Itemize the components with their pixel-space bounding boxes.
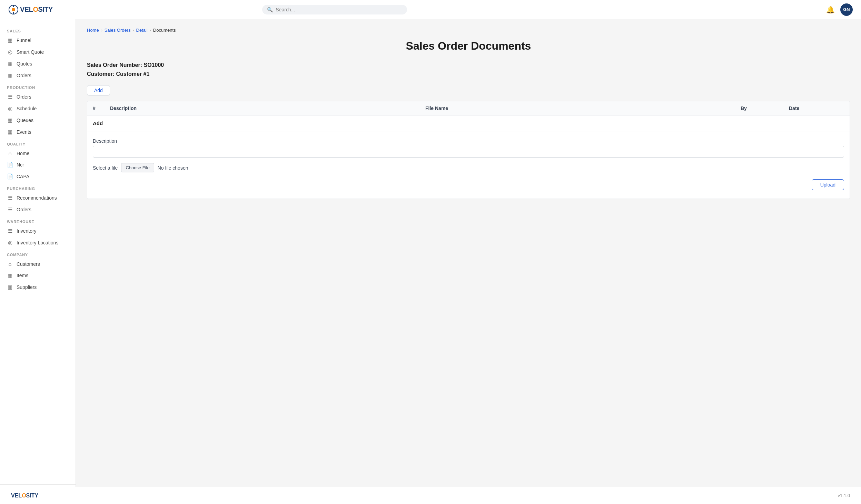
ncr-icon: 📄	[7, 162, 13, 168]
sidebar-item-purchasing-orders[interactable]: ☰ Orders	[0, 204, 76, 215]
order-info: Sales Order Number: SO1000 Customer: Cus…	[87, 61, 850, 78]
select-file-label: Select a file	[93, 165, 118, 171]
sidebar-item-customers[interactable]: ⌂ Customers	[0, 258, 76, 270]
sidebar-item-label: Orders	[17, 207, 31, 212]
orders-icon: ▦	[7, 72, 13, 79]
user-avatar[interactable]: GN	[840, 3, 853, 16]
description-label: Description	[93, 138, 844, 144]
sidebar-item-label: Inventory Locations	[17, 240, 58, 245]
col-file-name: File Name	[425, 105, 741, 111]
logo-label: VELOSITY	[20, 6, 53, 13]
sidebar-item-label: CAPA	[17, 174, 29, 179]
top-navigation: VELOSITY 🔍 🔔 GN	[0, 0, 861, 19]
sidebar-item-label: Inventory	[17, 228, 37, 234]
sidebar-item-recommendations[interactable]: ☰ Recommendations	[0, 192, 76, 204]
description-field-group: Description	[93, 138, 844, 158]
sidebar-item-label: Funnel	[17, 38, 31, 43]
sidebar-item-queues[interactable]: ▦ Queues	[0, 114, 76, 126]
add-row-header: Add	[87, 115, 850, 131]
file-select-row: Select a file Choose File No file chosen	[93, 163, 844, 172]
events-icon: ▦	[7, 129, 13, 135]
search-input[interactable]	[276, 7, 402, 12]
quotes-icon: ▦	[7, 61, 13, 67]
order-number: Sales Order Number: SO1000	[87, 61, 850, 70]
main-content: Home › Sales Orders › Detail › Documents…	[76, 19, 861, 504]
funnel-icon: ▦	[7, 37, 13, 43]
sidebar-item-capa[interactable]: 📄 CAPA	[0, 171, 76, 182]
app-layout: SALES ▦ Funnel ◎ Smart Quote ▦ Quotes ▦ …	[0, 19, 861, 504]
upload-button[interactable]: Upload	[812, 179, 844, 190]
sidebar-item-label: Orders	[17, 94, 31, 100]
sidebar-item-items[interactable]: ▦ Items	[0, 270, 76, 281]
sidebar-item-quotes[interactable]: ▦ Quotes	[0, 58, 76, 70]
sidebar-item-label: Smart Quote	[17, 49, 44, 55]
recommendations-icon: ☰	[7, 195, 13, 201]
sidebar-item-production-orders[interactable]: ☰ Orders	[0, 91, 76, 103]
sidebar-item-orders-sales[interactable]: ▦ Orders	[0, 70, 76, 81]
table-header: # Description File Name By Date	[87, 101, 850, 115]
search-icon: 🔍	[267, 7, 273, 12]
customer-name: Customer: Customer #1	[87, 70, 850, 79]
add-row-form: Description Select a file Choose File No…	[87, 131, 850, 199]
sidebar-item-label: Queues	[17, 118, 33, 123]
col-number: #	[93, 105, 110, 111]
table-body: Add Description Select a file Choose Fil…	[87, 115, 850, 199]
documents-table: # Description File Name By Date Add Desc…	[87, 101, 850, 199]
sidebar-item-label: Quotes	[17, 61, 32, 67]
sidebar-item-funnel[interactable]: ▦ Funnel	[0, 34, 76, 46]
sidebar-item-label: Ncr	[17, 162, 24, 168]
breadcrumb-sep-1: ›	[101, 28, 102, 33]
nav-right: 🔔 GN	[826, 3, 853, 16]
purchasing-orders-icon: ☰	[7, 206, 13, 213]
footer-logo: VELOSITY	[11, 492, 38, 499]
breadcrumb-detail[interactable]: Detail	[136, 28, 148, 33]
sidebar-section-production: PRODUCTION	[0, 81, 76, 91]
sidebar-item-events[interactable]: ▦ Events	[0, 126, 76, 138]
sidebar-item-label: Home	[17, 151, 29, 156]
breadcrumb-sales-orders[interactable]: Sales Orders	[105, 28, 131, 33]
sidebar-item-suppliers[interactable]: ▦ Suppliers	[0, 281, 76, 293]
suppliers-icon: ▦	[7, 284, 13, 290]
sidebar-item-label: Schedule	[17, 106, 37, 111]
no-file-label: No file chosen	[158, 165, 188, 171]
col-by: By	[741, 105, 789, 111]
sidebar-item-label: Items	[17, 273, 28, 278]
add-button[interactable]: Add	[87, 85, 110, 95]
svg-point-1	[12, 8, 15, 11]
inventory-locations-icon: ◎	[7, 240, 13, 246]
sidebar-item-inventory[interactable]: ☰ Inventory	[0, 225, 76, 237]
items-icon: ▦	[7, 272, 13, 279]
sidebar-item-smart-quote[interactable]: ◎ Smart Quote	[0, 46, 76, 58]
sidebar-item-label: Suppliers	[17, 284, 37, 290]
customers-icon: ⌂	[7, 261, 13, 267]
footer: VELOSITY v1.1.0	[0, 487, 861, 504]
sidebar: SALES ▦ Funnel ◎ Smart Quote ▦ Quotes ▦ …	[0, 19, 76, 504]
production-orders-icon: ☰	[7, 94, 13, 100]
breadcrumb-current: Documents	[153, 28, 176, 33]
sidebar-item-label: Customers	[17, 261, 40, 267]
capa-icon: 📄	[7, 173, 13, 180]
logo[interactable]: VELOSITY	[8, 4, 53, 15]
schedule-icon: ◎	[7, 105, 13, 112]
sidebar-item-label: Events	[17, 129, 31, 135]
sidebar-section-warehouse: WAREHOUSE	[0, 215, 76, 225]
sidebar-item-ncr[interactable]: 📄 Ncr	[0, 159, 76, 171]
choose-file-button[interactable]: Choose File	[121, 163, 154, 172]
breadcrumb-sep-3: ›	[150, 28, 151, 33]
notification-bell-icon[interactable]: 🔔	[826, 6, 835, 14]
sidebar-item-quality-home[interactable]: ⌂ Home	[0, 148, 76, 159]
page-title: Sales Order Documents	[87, 40, 850, 52]
quality-home-icon: ⌂	[7, 150, 13, 156]
search-bar[interactable]: 🔍	[262, 5, 407, 14]
inventory-icon: ☰	[7, 228, 13, 234]
sidebar-section-sales: SALES	[0, 25, 76, 34]
queues-icon: ▦	[7, 117, 13, 123]
sidebar-item-inventory-locations[interactable]: ◎ Inventory Locations	[0, 237, 76, 249]
sidebar-item-schedule[interactable]: ◎ Schedule	[0, 103, 76, 114]
col-date: Date	[789, 105, 844, 111]
sidebar-section-purchasing: PURCHASING	[0, 182, 76, 192]
sidebar-section-quality: QUALITY	[0, 138, 76, 148]
description-input[interactable]	[93, 146, 844, 158]
breadcrumb-home[interactable]: Home	[87, 28, 99, 33]
footer-version: v1.1.0	[838, 493, 850, 498]
